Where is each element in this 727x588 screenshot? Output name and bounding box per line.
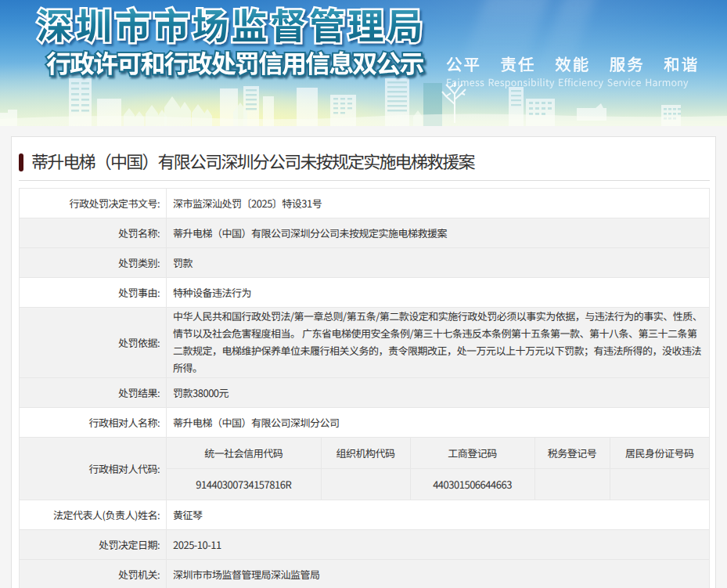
svg-text:深圳市市场监督管理局: 深圳市市场监督管理局 [37,0,426,49]
svg-text:Faimess Responsibility Efficie: Faimess Responsibility Efficiency Servic… [446,74,689,89]
svg-text:行政许可和行政处罚信用信息双公示: 行政许可和行政处罚信用信息双公示 [46,44,424,80]
svg-text:公平 责任 效能 服务 和谐: 公平 责任 效能 服务 和谐 [446,52,699,75]
